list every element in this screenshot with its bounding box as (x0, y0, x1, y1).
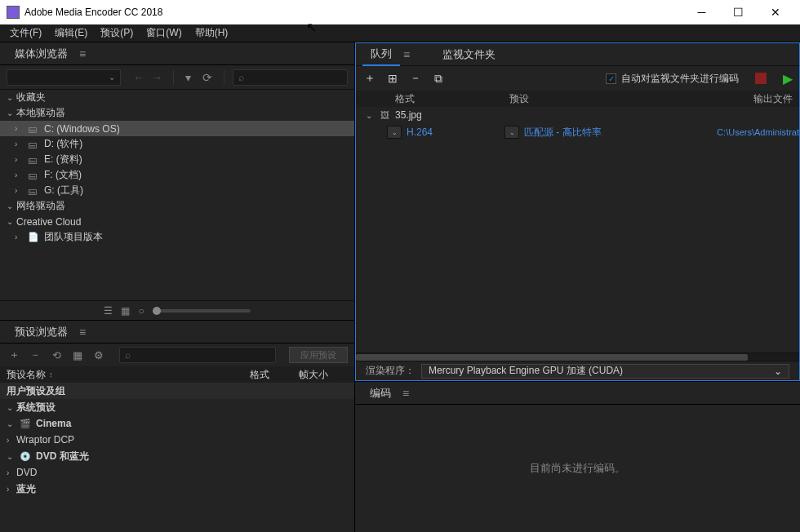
user-presets-group[interactable]: 用户预设及组 (0, 383, 354, 399)
search-icon: ⌕ (125, 349, 131, 361)
chevron-down-icon: ⌄ (109, 73, 115, 82)
new-group-icon[interactable]: ▦ (70, 349, 85, 361)
preset-tree: 用户预设及组 系统预设 🎬Cinema Wraptor DCP 💿DVD 和蓝光… (0, 383, 354, 532)
encoding-status: 目前尚未进行编码。 (355, 405, 800, 532)
search-icon: ⌕ (238, 72, 244, 83)
duplicate-icon[interactable]: ⧉ (431, 72, 446, 86)
maximize-button[interactable]: ☐ (720, 1, 757, 24)
tree-creative-cloud[interactable]: Creative Cloud (0, 214, 354, 229)
menu-window[interactable]: 窗口(W) (140, 24, 188, 42)
col-preset-header[interactable]: 预设 (509, 92, 695, 106)
apply-preset-button[interactable]: 应用预设 (289, 347, 348, 363)
menu-edit[interactable]: 编辑(E) (48, 24, 94, 42)
zoom-slider[interactable] (153, 309, 251, 313)
wraptor-item[interactable]: Wraptor DCP (0, 432, 354, 448)
circle-icon[interactable]: ○ (138, 305, 144, 317)
cinema-group[interactable]: 🎬Cinema (0, 415, 354, 432)
col-output-header[interactable]: 输出文件 (695, 92, 793, 106)
menu-help[interactable]: 帮助(H) (189, 24, 235, 42)
system-presets-group[interactable]: 系统预设 (0, 399, 354, 415)
stop-button[interactable] (755, 73, 767, 84)
preset-browser-panel: 预设浏览器 ≡ ＋ － ⟲ ▦ ⚙ ⌕ 应用预设 预设名称↕ 格式 帧大小 用户… (0, 320, 354, 532)
project-icon: 📄 (28, 232, 41, 242)
col-format-header[interactable]: 格式 (395, 92, 509, 106)
queue-header-row: 格式 预设 输出文件 (356, 91, 799, 107)
preset-search-input[interactable]: ⌕ (119, 347, 276, 363)
panel-menu-icon[interactable]: ≡ (79, 326, 86, 339)
sync-icon[interactable]: ⟲ (49, 349, 64, 361)
path-dropdown[interactable]: ⌄ (7, 69, 121, 86)
minimize-button[interactable]: ─ (683, 1, 720, 24)
tree-drive-g[interactable]: 🖴G: (工具) (0, 183, 354, 198)
queue-source-item[interactable]: ⌄ 🖼 35.jpg (356, 107, 799, 123)
tab-media-browser[interactable]: 媒体浏览器 (7, 43, 76, 64)
tab-queue[interactable]: 队列 (362, 43, 400, 66)
add-preset-button[interactable]: ＋ (7, 348, 21, 362)
tab-encoding[interactable]: 编码 (362, 383, 399, 404)
col-framesize[interactable]: 帧大小 (299, 368, 348, 382)
media-browser-panel: 媒体浏览器 ≡ ⌄ ← → ▾ ⟳ ⌕ 收藏夹 本地驱动器 🖴C: (Windo… (0, 42, 354, 320)
drive-icon: 🖴 (28, 186, 41, 196)
panel-menu-icon[interactable]: ≡ (402, 387, 409, 400)
nav-back-button[interactable]: ← (131, 70, 147, 85)
tree-drive-f[interactable]: 🖴F: (文档) (0, 167, 354, 183)
drive-icon: 🖴 (28, 155, 41, 165)
renderer-value: Mercury Playback Engine GPU 加速 (CUDA) (429, 364, 623, 378)
remove-preset-button[interactable]: － (28, 348, 42, 362)
sort-icon[interactable]: ↕ (49, 370, 53, 379)
tree-drive-d[interactable]: 🖴D: (软件) (0, 136, 354, 152)
auto-encode-checkbox[interactable]: ✓ 自动对监视文件夹进行编码 (606, 72, 739, 86)
horizontal-scrollbar[interactable] (356, 352, 799, 361)
checkbox-icon: ✓ (606, 73, 616, 84)
output-path[interactable]: C:\Users\Administrat (717, 127, 799, 137)
menu-preset[interactable]: 预设(P) (94, 24, 140, 42)
dvd-item[interactable]: DVD (0, 464, 354, 481)
menu-file[interactable]: 文件(F) (3, 24, 48, 42)
ingest-icon[interactable]: ⟳ (199, 71, 216, 84)
queue-panel: 队列 ≡ 监视文件夹 ＋ ⊞ － ⧉ ✓ 自动对监视文件夹进行编码 ▶ 格式 (355, 42, 800, 381)
preset-value[interactable]: 匹配源 - 高比特率 (524, 126, 717, 140)
tree-team-project[interactable]: 📄团队项目版本 (0, 229, 354, 245)
add-source-button[interactable]: ＋ (362, 71, 377, 86)
list-view-icon[interactable]: ☰ (104, 305, 113, 317)
remove-button[interactable]: － (408, 71, 423, 86)
thumb-view-icon[interactable]: ▦ (121, 305, 130, 317)
tab-preset-browser[interactable]: 预设浏览器 (7, 321, 76, 343)
tree-drive-e[interactable]: 🖴E: (资料) (0, 152, 354, 167)
tree-network-drives[interactable]: 网络驱动器 (0, 198, 354, 214)
queue-list: ⌄ 🖼 35.jpg ⌄ H.264 ⌄ 匹配源 - 高比特率 C:\Users… (356, 107, 799, 352)
settings-icon[interactable]: ⚙ (91, 349, 106, 361)
auto-encode-label: 自动对监视文件夹进行编码 (621, 72, 739, 86)
tree-favorites[interactable]: 收藏夹 (0, 90, 354, 105)
panel-menu-icon[interactable]: ≡ (403, 48, 410, 61)
drive-icon: 🖴 (28, 171, 41, 180)
filter-icon[interactable]: ▾ (182, 71, 194, 84)
format-value[interactable]: H.264 (407, 126, 504, 138)
start-button[interactable]: ▶ (783, 71, 793, 86)
disc-icon: 💿 (20, 451, 33, 462)
col-preset-name[interactable]: 预设名称 (7, 368, 46, 382)
nav-forward-button[interactable]: → (149, 70, 165, 85)
close-button[interactable]: ✕ (757, 1, 793, 24)
renderer-select[interactable]: Mercury Playback Engine GPU 加速 (CUDA) ⌄ (421, 364, 789, 379)
bluray-item[interactable]: 蓝光 (0, 481, 354, 497)
media-search-input[interactable]: ⌕ (233, 69, 348, 86)
queue-file-name: 35.jpg (395, 109, 422, 121)
col-format[interactable]: 格式 (250, 368, 299, 382)
tree-local-drives[interactable]: 本地驱动器 (0, 105, 354, 121)
dvd-bluray-group[interactable]: 💿DVD 和蓝光 (0, 448, 354, 464)
app-icon (7, 6, 20, 19)
chevron-down-icon: ⌄ (774, 366, 782, 377)
preset-dropdown[interactable]: ⌄ (504, 126, 519, 139)
tree-drive-c[interactable]: 🖴C: (Windows OS) (0, 121, 354, 136)
drive-icon: 🖴 (28, 140, 41, 149)
encoding-panel: 编码 ≡ 目前尚未进行编码。 (355, 381, 800, 532)
format-dropdown[interactable]: ⌄ (387, 126, 402, 139)
queue-output-row[interactable]: ⌄ H.264 ⌄ 匹配源 - 高比特率 C:\Users\Administra… (356, 123, 799, 141)
image-icon: 🖼 (380, 110, 392, 120)
titlebar: Adobe Media Encoder CC 2018 ─ ☐ ✕ (0, 0, 800, 24)
tab-watch-folders[interactable]: 监视文件夹 (434, 44, 504, 65)
panel-menu-icon[interactable]: ≡ (79, 47, 86, 60)
add-output-icon[interactable]: ⊞ (385, 72, 400, 85)
window-title: Adobe Media Encoder CC 2018 (24, 7, 683, 18)
